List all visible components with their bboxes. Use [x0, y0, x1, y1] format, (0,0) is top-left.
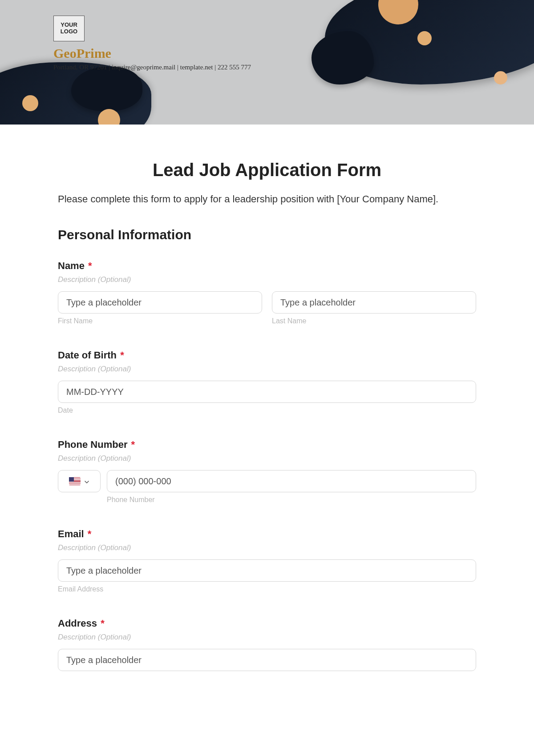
field-description: Description (Optional) [58, 454, 476, 463]
required-asterisk: * [88, 260, 92, 271]
field-description: Description (Optional) [58, 275, 476, 284]
sublabel-phone: Phone Number [107, 496, 476, 504]
label-text: Name [58, 260, 85, 271]
form-title: Lead Job Application Form [58, 160, 476, 180]
dob-input[interactable] [58, 381, 476, 403]
field-name: Name * Description (Optional) First Name… [58, 260, 476, 325]
logo-placeholder: YOUR LOGO [53, 16, 85, 41]
decor-blob [71, 67, 142, 111]
sublabel-email: Email Address [58, 585, 476, 593]
sublabel-date: Date [58, 406, 476, 414]
required-asterisk: * [131, 439, 135, 450]
field-description: Description (Optional) [58, 365, 476, 374]
decor-circle [417, 31, 432, 45]
label-text: Email [58, 528, 84, 539]
field-description: Description (Optional) [58, 543, 476, 552]
company-name: GeoPrime [53, 46, 251, 61]
label-text: Date of Birth [58, 350, 117, 361]
country-code-picker[interactable] [58, 470, 101, 492]
field-label-name: Name * [58, 260, 476, 272]
required-asterisk: * [88, 528, 92, 539]
sublabel-last-name: Last Name [272, 317, 476, 325]
email-input[interactable] [58, 559, 476, 582]
field-label-email: Email * [58, 528, 476, 540]
field-label-phone: Phone Number * [58, 439, 476, 450]
field-email: Email * Description (Optional) Email Add… [58, 528, 476, 593]
field-address: Address * Description (Optional) [58, 618, 476, 671]
label-text: Address [58, 618, 97, 629]
required-asterisk: * [120, 350, 124, 361]
form-container: Lead Job Application Form Please complet… [0, 125, 534, 689]
header-banner: YOUR LOGO GeoPrime Portland, OR 97201 | … [0, 0, 534, 125]
last-name-input[interactable] [272, 291, 476, 314]
field-description: Description (Optional) [58, 633, 476, 642]
decor-circle [494, 71, 507, 84]
required-asterisk: * [101, 618, 105, 629]
field-label-address: Address * [58, 618, 476, 629]
phone-input[interactable] [107, 470, 476, 492]
field-phone: Phone Number * Description (Optional) Ph… [58, 439, 476, 504]
decor-circle [22, 95, 38, 111]
address-input[interactable] [58, 649, 476, 671]
field-dob: Date of Birth * Description (Optional) D… [58, 350, 476, 414]
decor-blob [312, 31, 374, 84]
us-flag-icon [69, 477, 81, 485]
sublabel-first-name: First Name [58, 317, 262, 325]
label-text: Phone Number [58, 439, 127, 450]
first-name-input[interactable] [58, 291, 262, 314]
field-label-dob: Date of Birth * [58, 350, 476, 361]
chevron-down-icon [84, 479, 89, 484]
form-intro: Please complete this form to apply for a… [58, 193, 476, 205]
company-meta: Portland, OR 97201 | inquire@geoprime.ma… [53, 64, 251, 71]
section-heading-personal: Personal Information [58, 227, 476, 242]
